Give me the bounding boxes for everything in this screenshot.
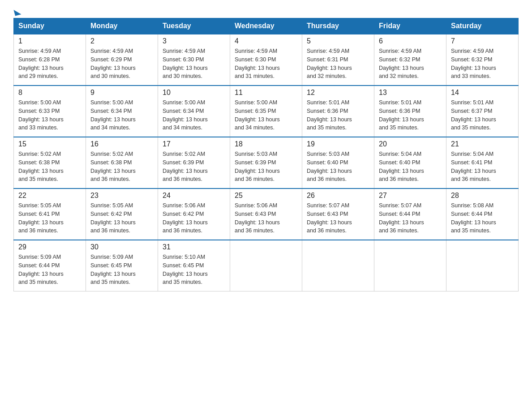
calendar-cell: 16Sunrise: 5:02 AMSunset: 6:38 PMDayligh…: [86, 137, 158, 188]
day-info: Sunrise: 4:59 AMSunset: 6:30 PMDaylight:…: [163, 47, 225, 81]
calendar-week-3: 15Sunrise: 5:02 AMSunset: 6:38 PMDayligh…: [14, 137, 519, 188]
day-info: Sunrise: 4:59 AMSunset: 6:31 PMDaylight:…: [307, 47, 369, 81]
calendar-cell: 1Sunrise: 4:59 AMSunset: 6:28 PMDaylight…: [14, 34, 86, 86]
day-info: Sunrise: 5:01 AMSunset: 6:37 PMDaylight:…: [451, 98, 514, 132]
day-number: 14: [451, 89, 514, 97]
day-number: 4: [235, 37, 297, 45]
calendar-cell: 13Sunrise: 5:01 AMSunset: 6:36 PMDayligh…: [374, 86, 446, 137]
day-info: Sunrise: 5:00 AMSunset: 6:35 PMDaylight:…: [235, 98, 297, 132]
day-info: Sunrise: 5:07 AMSunset: 6:44 PMDaylight:…: [379, 201, 442, 235]
day-info: Sunrise: 5:01 AMSunset: 6:36 PMDaylight:…: [379, 98, 442, 132]
day-number: 18: [235, 140, 297, 148]
day-number: 1: [18, 37, 81, 45]
calendar-cell: 23Sunrise: 5:05 AMSunset: 6:42 PMDayligh…: [86, 188, 158, 240]
day-number: 20: [379, 140, 442, 148]
calendar-cell: 9Sunrise: 5:00 AMSunset: 6:34 PMDaylight…: [86, 86, 158, 137]
day-number: 19: [307, 140, 369, 148]
day-info: Sunrise: 5:05 AMSunset: 6:42 PMDaylight:…: [90, 201, 153, 235]
calendar-cell: 21Sunrise: 5:04 AMSunset: 6:41 PMDayligh…: [446, 137, 519, 188]
calendar-cell: 24Sunrise: 5:06 AMSunset: 6:42 PMDayligh…: [158, 188, 230, 240]
day-info: Sunrise: 5:02 AMSunset: 6:39 PMDaylight:…: [163, 150, 225, 184]
day-number: 2: [90, 37, 153, 45]
header-thursday: Thursday: [302, 18, 374, 34]
header-saturday: Saturday: [446, 18, 519, 34]
header-tuesday: Tuesday: [158, 18, 230, 34]
day-number: 29: [18, 243, 81, 251]
day-info: Sunrise: 5:09 AMSunset: 6:45 PMDaylight:…: [90, 253, 153, 287]
day-info: Sunrise: 5:09 AMSunset: 6:44 PMDaylight:…: [18, 253, 81, 287]
day-number: 5: [307, 37, 369, 45]
day-number: 25: [235, 192, 297, 200]
day-number: 9: [90, 89, 153, 97]
day-number: 24: [163, 192, 225, 200]
day-info: Sunrise: 5:04 AMSunset: 6:41 PMDaylight:…: [451, 150, 514, 184]
calendar-cell: 17Sunrise: 5:02 AMSunset: 6:39 PMDayligh…: [158, 137, 230, 188]
day-number: 28: [451, 192, 514, 200]
day-info: Sunrise: 5:06 AMSunset: 6:43 PMDaylight:…: [235, 201, 297, 235]
calendar-cell: 28Sunrise: 5:08 AMSunset: 6:44 PMDayligh…: [446, 188, 519, 240]
calendar-cell: 3Sunrise: 4:59 AMSunset: 6:30 PMDaylight…: [158, 34, 230, 86]
calendar-cell: 6Sunrise: 4:59 AMSunset: 6:32 PMDaylight…: [374, 34, 446, 86]
calendar-cell: 8Sunrise: 5:00 AMSunset: 6:33 PMDaylight…: [14, 86, 86, 137]
calendar-cell: 20Sunrise: 5:04 AMSunset: 6:40 PMDayligh…: [374, 137, 446, 188]
calendar-week-5: 29Sunrise: 5:09 AMSunset: 6:44 PMDayligh…: [14, 240, 519, 291]
calendar-cell: [302, 240, 374, 291]
calendar-cell: [374, 240, 446, 291]
header-sunday: Sunday: [14, 18, 86, 34]
calendar-cell: 7Sunrise: 4:59 AMSunset: 6:32 PMDaylight…: [446, 34, 519, 86]
calendar-cell: 25Sunrise: 5:06 AMSunset: 6:43 PMDayligh…: [230, 188, 302, 240]
day-info: Sunrise: 5:04 AMSunset: 6:40 PMDaylight:…: [379, 150, 442, 184]
calendar-cell: 15Sunrise: 5:02 AMSunset: 6:38 PMDayligh…: [14, 137, 86, 188]
calendar-cell: 18Sunrise: 5:03 AMSunset: 6:39 PMDayligh…: [230, 137, 302, 188]
day-number: 10: [163, 89, 225, 97]
calendar-week-2: 8Sunrise: 5:00 AMSunset: 6:33 PMDaylight…: [14, 86, 519, 137]
calendar-cell: 30Sunrise: 5:09 AMSunset: 6:45 PMDayligh…: [86, 240, 158, 291]
day-number: 6: [379, 37, 442, 45]
logo-text: [13, 9, 21, 15]
day-info: Sunrise: 5:02 AMSunset: 6:38 PMDaylight:…: [18, 150, 81, 184]
day-info: Sunrise: 4:59 AMSunset: 6:30 PMDaylight:…: [235, 47, 297, 81]
calendar-cell: 11Sunrise: 5:00 AMSunset: 6:35 PMDayligh…: [230, 86, 302, 137]
calendar-week-4: 22Sunrise: 5:05 AMSunset: 6:41 PMDayligh…: [14, 188, 519, 240]
header-monday: Monday: [86, 18, 158, 34]
day-number: 13: [379, 89, 442, 97]
day-info: Sunrise: 4:59 AMSunset: 6:29 PMDaylight:…: [90, 47, 153, 81]
calendar-cell: 27Sunrise: 5:07 AMSunset: 6:44 PMDayligh…: [374, 188, 446, 240]
calendar-cell: [230, 240, 302, 291]
day-info: Sunrise: 5:00 AMSunset: 6:34 PMDaylight:…: [163, 98, 225, 132]
calendar-table: SundayMondayTuesdayWednesdayThursdayFrid…: [13, 18, 519, 291]
day-info: Sunrise: 5:01 AMSunset: 6:36 PMDaylight:…: [307, 98, 369, 132]
day-info: Sunrise: 4:59 AMSunset: 6:32 PMDaylight:…: [451, 47, 514, 81]
day-info: Sunrise: 5:05 AMSunset: 6:41 PMDaylight:…: [18, 201, 81, 235]
day-number: 7: [451, 37, 514, 45]
calendar-header-row: SundayMondayTuesdayWednesdayThursdayFrid…: [14, 18, 519, 34]
day-info: Sunrise: 5:00 AMSunset: 6:33 PMDaylight:…: [18, 98, 81, 132]
calendar-cell: 14Sunrise: 5:01 AMSunset: 6:37 PMDayligh…: [446, 86, 519, 137]
day-info: Sunrise: 5:03 AMSunset: 6:40 PMDaylight:…: [307, 150, 369, 184]
day-number: 17: [163, 140, 225, 148]
day-info: Sunrise: 5:10 AMSunset: 6:45 PMDaylight:…: [163, 253, 225, 287]
page-header: [13, 9, 519, 13]
day-number: 16: [90, 140, 153, 148]
day-info: Sunrise: 5:03 AMSunset: 6:39 PMDaylight:…: [235, 150, 297, 184]
day-number: 8: [18, 89, 81, 97]
day-number: 26: [307, 192, 369, 200]
calendar-cell: 19Sunrise: 5:03 AMSunset: 6:40 PMDayligh…: [302, 137, 374, 188]
day-number: 21: [451, 140, 514, 148]
logo-arrow-icon: [13, 8, 21, 16]
logo: [13, 9, 21, 13]
day-info: Sunrise: 4:59 AMSunset: 6:32 PMDaylight:…: [379, 47, 442, 81]
day-number: 27: [379, 192, 442, 200]
day-number: 11: [235, 89, 297, 97]
calendar-cell: 12Sunrise: 5:01 AMSunset: 6:36 PMDayligh…: [302, 86, 374, 137]
day-number: 31: [163, 243, 225, 251]
day-info: Sunrise: 5:00 AMSunset: 6:34 PMDaylight:…: [90, 98, 153, 132]
calendar-cell: [446, 240, 519, 291]
calendar-cell: 2Sunrise: 4:59 AMSunset: 6:29 PMDaylight…: [86, 34, 158, 86]
calendar-cell: 26Sunrise: 5:07 AMSunset: 6:43 PMDayligh…: [302, 188, 374, 240]
calendar-cell: 5Sunrise: 4:59 AMSunset: 6:31 PMDaylight…: [302, 34, 374, 86]
header-wednesday: Wednesday: [230, 18, 302, 34]
day-info: Sunrise: 5:06 AMSunset: 6:42 PMDaylight:…: [163, 201, 225, 235]
calendar-cell: 22Sunrise: 5:05 AMSunset: 6:41 PMDayligh…: [14, 188, 86, 240]
day-info: Sunrise: 5:08 AMSunset: 6:44 PMDaylight:…: [451, 201, 514, 235]
